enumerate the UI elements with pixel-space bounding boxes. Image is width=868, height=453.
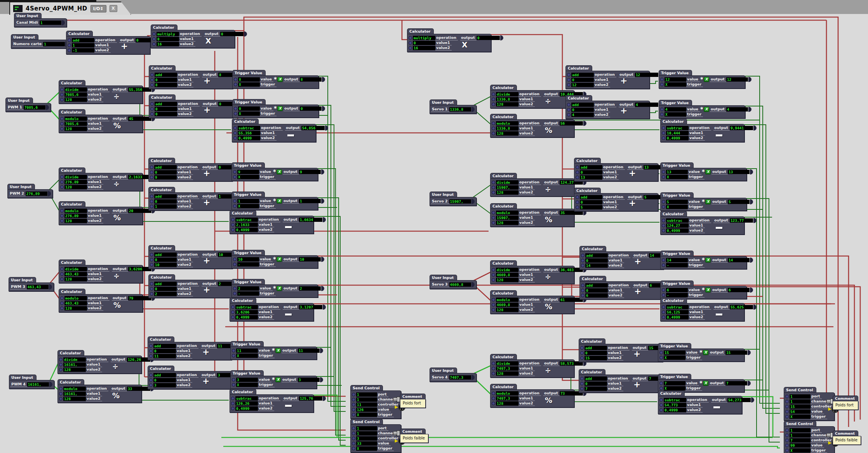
input-connector[interactable]	[785, 429, 789, 432]
value1-field[interactable]: 463,43	[64, 301, 87, 305]
input-connector[interactable]	[150, 205, 153, 208]
value-field[interactable]: 12	[664, 77, 686, 82]
value1-field[interactable]: 15907,	[496, 185, 518, 190]
input-connector[interactable]	[662, 310, 665, 314]
value1-field[interactable]: 56,125	[666, 310, 689, 314]
value1-field[interactable]: 55,356	[238, 131, 260, 135]
value2-field[interactable]: 128	[64, 185, 87, 189]
input-connector[interactable]	[231, 407, 235, 410]
input-connector[interactable]	[580, 356, 584, 360]
input-connector[interactable]	[231, 305, 235, 309]
node-calc-add-s1b[interactable]: Calculatoraddoperationoutput40value14val…	[565, 93, 650, 119]
input-connector[interactable]	[580, 346, 584, 350]
node-calc-add4a[interactable]: Calculatoraddoperationoutput110value111v…	[148, 335, 232, 360]
node-calc-sub2[interactable]: Calculatorsubtracoperationoutput1,66342,…	[230, 208, 314, 234]
input-connector[interactable]	[149, 383, 153, 387]
operation-value[interactable]: subtrac	[666, 305, 689, 309]
value1-field[interactable]: 276,89	[64, 214, 87, 218]
operation-value[interactable]: subtrac	[666, 218, 689, 223]
value1-field[interactable]: 3,6206	[235, 310, 258, 314]
trigger-field[interactable]: X	[664, 355, 685, 360]
value-field[interactable]: 10	[237, 257, 259, 261]
input-connector[interactable]	[662, 258, 665, 262]
output-connector[interactable]	[471, 282, 475, 287]
value1-field[interactable]: 2,1633	[235, 223, 258, 227]
input-connector[interactable]	[150, 166, 153, 169]
input-connector[interactable]	[659, 382, 663, 385]
output-value[interactable]: 1,6634	[299, 218, 322, 222]
input-connector[interactable]	[150, 263, 153, 267]
value1-field[interactable]: 16161,	[63, 362, 86, 367]
node-calc-add2b[interactable]: Calculatoraddoperationoutput10value11val…	[148, 185, 233, 211]
value-field[interactable]: 6	[666, 288, 688, 292]
value1-field[interactable]: 124,27	[666, 223, 689, 228]
input-connector[interactable]	[68, 38, 71, 42]
value1-field[interactable]: 0	[584, 351, 607, 355]
input-connector[interactable]	[60, 98, 64, 101]
value-field[interactable]: 3	[236, 378, 258, 382]
node-calc-mod-s3[interactable]: Calculatormodulooperationoutput614669,8v…	[490, 288, 574, 314]
value1-field[interactable]: 0	[580, 170, 602, 174]
node-calc-sub-s2[interactable]: Calculatorsubtracoperationoutput123,7712…	[660, 209, 744, 235]
input-connector[interactable]	[231, 223, 235, 226]
value2-field[interactable]: 12	[571, 83, 594, 87]
input-value[interactable]: 1	[43, 42, 65, 46]
input-connector[interactable]	[234, 107, 237, 110]
trigger-field[interactable]: -	[237, 291, 259, 296]
input-connector[interactable]	[149, 354, 153, 358]
operation-value[interactable]: add	[153, 344, 176, 348]
input-connector[interactable]	[60, 267, 64, 271]
value1-field[interactable]: 54,773	[664, 403, 686, 407]
value1-field[interactable]: 0	[155, 107, 177, 111]
input-connector[interactable]	[662, 224, 665, 227]
input-connector[interactable]	[60, 301, 64, 305]
input-connector[interactable]	[150, 292, 153, 296]
output-value[interactable]: 15	[725, 350, 747, 355]
input-connector[interactable]	[150, 73, 154, 77]
input-connector[interactable]	[352, 398, 355, 401]
input-connector[interactable]	[580, 387, 584, 390]
value-field[interactable]: 5	[666, 200, 688, 204]
node-calc-mod-s2[interactable]: Calculatormodulooperationoutput3515907,v…	[490, 201, 574, 227]
input-connector[interactable]	[352, 432, 355, 435]
output-connector[interactable]	[471, 199, 475, 204]
input-connector[interactable]	[492, 132, 495, 135]
value-field[interactable]: 0	[238, 106, 260, 111]
input-connector[interactable]	[409, 41, 412, 45]
value1-field[interactable]: 0	[585, 258, 608, 263]
input-connector[interactable]	[233, 292, 237, 295]
input-connector[interactable]	[576, 171, 579, 174]
value2-field[interactable]: 8	[155, 83, 177, 87]
input-connector[interactable]	[233, 170, 237, 174]
output-connector[interactable]	[471, 375, 475, 380]
input-connector[interactable]	[352, 442, 355, 445]
value1-field[interactable]: 0	[155, 78, 177, 82]
input-connector[interactable]	[580, 351, 584, 355]
operation-value[interactable]: modulo	[496, 211, 518, 215]
node-calc-add3b[interactable]: Calculatoraddoperationoutput20value12val…	[148, 272, 233, 298]
trigger-field[interactable]: X	[237, 204, 259, 208]
node-ui-numero[interactable]: User InputNumero carte1	[11, 32, 70, 49]
value1-field[interactable]: 0	[154, 287, 177, 291]
input-connector[interactable]	[492, 186, 495, 189]
input-connector[interactable]	[68, 44, 71, 47]
node-calc-sub-s4[interactable]: Calculatorsubtracoperationoutput54,27354…	[658, 389, 742, 414]
input-connector[interactable]	[662, 288, 665, 292]
operation-value[interactable]: add	[155, 73, 177, 77]
value-field[interactable]: 15	[664, 350, 685, 355]
node-calc-add4b[interactable]: Calculatoraddoperationoutput30value13val…	[148, 364, 232, 389]
input-connector[interactable]	[567, 113, 571, 117]
operation-value[interactable]: add	[585, 253, 608, 258]
input-connector[interactable]	[492, 216, 495, 220]
node-calc-add-s4a[interactable]: Calculatoraddoperationoutput150value115v…	[579, 336, 663, 362]
value1-field[interactable]: 7497,3	[496, 396, 518, 401]
node-trig-1b[interactable]: Trigger Value0value*Xoutput0Xtrigger	[232, 97, 319, 118]
operation-value[interactable]: add	[153, 373, 176, 377]
controller-field[interactable]: 15	[790, 404, 811, 409]
input-connector[interactable]	[492, 298, 495, 301]
node-trig-3a[interactable]: Trigger Value10value*Xoutput10-trigger	[231, 248, 318, 268]
operation-value[interactable]: divide	[64, 87, 87, 92]
input-connector[interactable]	[492, 92, 495, 96]
output-value[interactable]: 5	[728, 200, 750, 204]
node-calc-add1b[interactable]: Calculatoraddoperationoutput00value10val…	[149, 92, 233, 118]
